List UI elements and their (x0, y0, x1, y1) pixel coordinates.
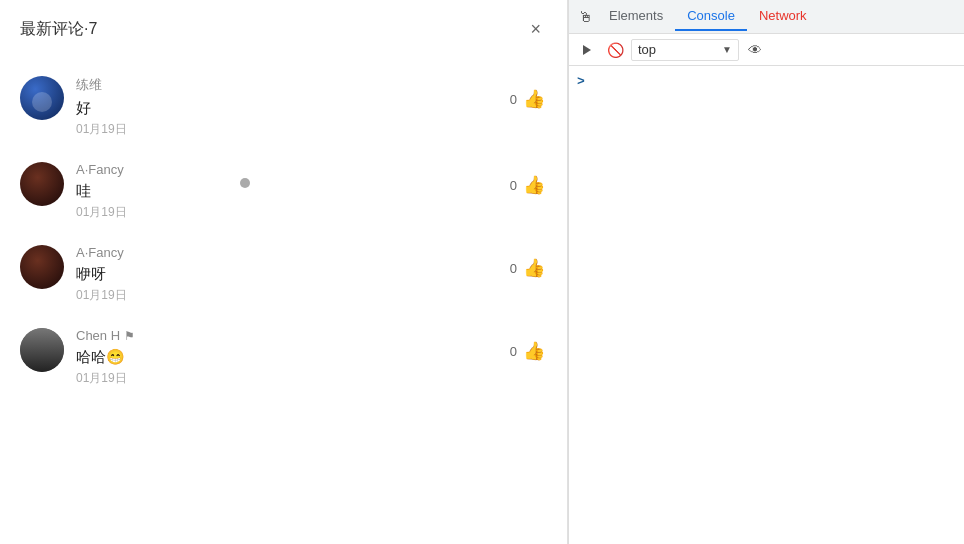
like-button[interactable]: 👍 (521, 172, 547, 198)
avatar (20, 162, 64, 206)
like-button[interactable]: 👍 (521, 86, 547, 112)
table-row: 练维 好 01月19日 0 👍 (0, 64, 567, 150)
like-area: 0 👍 (510, 328, 547, 364)
comment-text: 哈哈😁 (76, 346, 510, 367)
eye-icon: 👁 (748, 42, 762, 58)
chevron-down-icon: ▼ (722, 44, 732, 55)
comment-content: Chen H ⚑ 哈哈😁 01月19日 (76, 328, 510, 387)
username-text: Chen H (76, 328, 120, 343)
tab-elements[interactable]: Elements (597, 2, 675, 31)
console-filter-area: ▼ (631, 39, 739, 61)
thumbs-up-icon: 👍 (523, 257, 545, 279)
like-count: 0 (510, 344, 517, 359)
console-toolbar: 🚫 ▼ 👁 (569, 34, 964, 66)
devtools-tab-bar: 🖱 Elements Console Network (569, 0, 964, 34)
comment-date: 01月19日 (76, 204, 510, 221)
no-entry-button[interactable]: 🚫 (603, 38, 627, 62)
play-button[interactable] (575, 38, 599, 62)
avatar (20, 76, 64, 120)
panel-title: 最新评论·7 (20, 19, 97, 40)
like-count: 0 (510, 178, 517, 193)
chevron-right-icon: > (577, 74, 585, 89)
devtools-panel: 🖱 Elements Console Network 🚫 ▼ 👁 > (568, 0, 964, 544)
admin-flag-icon: ⚑ (124, 329, 135, 343)
comment-text: 好 (76, 97, 510, 118)
tab-elements-label: Elements (609, 8, 663, 23)
comment-date: 01月19日 (76, 121, 510, 138)
comment-date: 01月19日 (76, 287, 510, 304)
like-button[interactable]: 👍 (521, 255, 547, 281)
cursor-icon: 🖱 (578, 8, 593, 25)
close-button[interactable]: × (524, 18, 547, 40)
avatar (20, 328, 64, 372)
console-input[interactable] (589, 74, 956, 89)
comment-username: 练维 (76, 76, 510, 94)
comment-content: A·Fancy 咿呀 01月19日 (76, 245, 510, 304)
no-entry-icon: 🚫 (607, 42, 624, 58)
like-count: 0 (510, 92, 517, 107)
tab-console[interactable]: Console (675, 2, 747, 31)
table-row: A·Fancy 哇 01月19日 0 👍 (0, 150, 567, 233)
comment-username: Chen H ⚑ (76, 328, 510, 343)
console-prompt-line: > (577, 70, 956, 93)
table-row: A·Fancy 咿呀 01月19日 0 👍 (0, 233, 567, 316)
gray-dot-indicator (240, 178, 250, 188)
table-row: Chen H ⚑ 哈哈😁 01月19日 0 👍 (0, 316, 567, 399)
comment-content: A·Fancy 哇 01月19日 (76, 162, 510, 221)
like-button[interactable]: 👍 (521, 338, 547, 364)
tab-network-label: Network (759, 8, 807, 23)
avatar (20, 245, 64, 289)
tab-console-label: Console (687, 8, 735, 23)
comment-content: 练维 好 01月19日 (76, 76, 510, 138)
comments-panel: 最新评论·7 × 练维 好 01月19日 0 👍 A·Fancy 哇 (0, 0, 568, 544)
console-body: > (569, 66, 964, 544)
inspector-tool-button[interactable]: 🖱 (573, 5, 597, 29)
like-area: 0 👍 (510, 245, 547, 281)
comment-username: A·Fancy (76, 162, 510, 177)
tab-network[interactable]: Network (747, 2, 819, 31)
like-area: 0 👍 (510, 162, 547, 198)
comment-username: A·Fancy (76, 245, 510, 260)
comment-date: 01月19日 (76, 370, 510, 387)
comment-text: 哇 (76, 180, 510, 201)
thumbs-up-icon: 👍 (523, 340, 545, 362)
play-icon (583, 45, 591, 55)
comments-list: 练维 好 01月19日 0 👍 A·Fancy 哇 01月19日 0 (0, 54, 567, 544)
eye-button: 👁 (743, 38, 767, 62)
thumbs-up-icon: 👍 (523, 88, 545, 110)
like-count: 0 (510, 261, 517, 276)
thumbs-up-icon: 👍 (523, 174, 545, 196)
like-area: 0 👍 (510, 76, 547, 112)
comment-text: 咿呀 (76, 263, 510, 284)
context-filter-input[interactable] (638, 42, 718, 57)
panel-header: 最新评论·7 × (0, 0, 567, 54)
